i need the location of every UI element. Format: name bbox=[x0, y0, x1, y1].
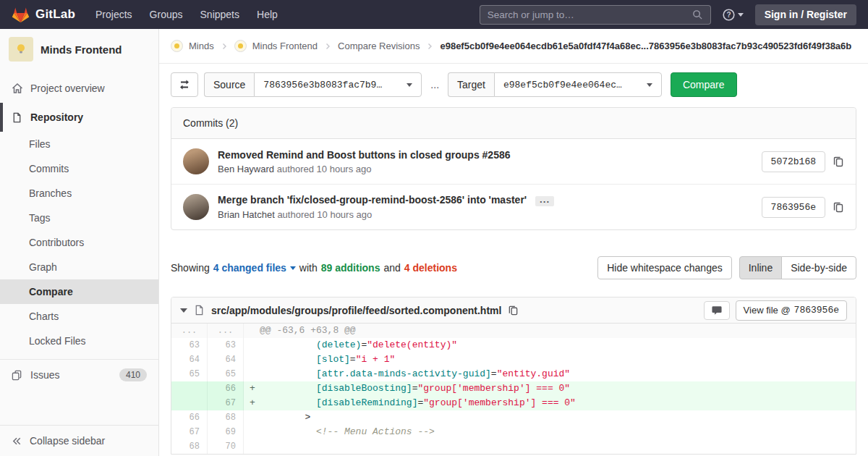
chevron-right-icon bbox=[323, 42, 332, 51]
diff-line-code: + [disableBoosting]="group['membership']… bbox=[244, 381, 856, 396]
old-line-number[interactable]: 67 bbox=[171, 425, 208, 439]
breadcrumb-compare-link[interactable]: Compare Revisions bbox=[338, 41, 420, 51]
diff-view-toggle: Inline Side-by-side bbox=[739, 256, 856, 279]
new-line-number[interactable]: 66 bbox=[208, 381, 244, 396]
old-line-number[interactable] bbox=[171, 381, 208, 396]
collapse-diff-icon[interactable] bbox=[180, 308, 187, 313]
diff-line-code: + [disableReminding]="group['membership'… bbox=[244, 396, 856, 410]
project-avatar-small bbox=[234, 40, 247, 52]
help-dropdown[interactable]: ? bbox=[723, 9, 744, 21]
diff-line-add: 67+ [disableReminding]="group['membershi… bbox=[171, 396, 856, 410]
sign-in-button[interactable]: Sign in / Register bbox=[755, 4, 856, 25]
copy-file-path-button[interactable] bbox=[508, 305, 519, 316]
sidebar-item-files[interactable]: Files bbox=[0, 132, 158, 156]
old-line-number[interactable]: 68 bbox=[171, 439, 208, 454]
old-line-number[interactable]: 63 bbox=[171, 338, 208, 352]
gitlab-home-link[interactable]: GitLab bbox=[12, 7, 75, 23]
target-revision-value: e98ef5cb0f9e4ee064ec… bbox=[503, 80, 622, 90]
diff-line-context: 6668 > bbox=[171, 410, 856, 425]
sidebar-item-tags[interactable]: Tags bbox=[0, 206, 158, 230]
target-revision-dropdown[interactable]: e98ef5cb0f9e4ee064ec… bbox=[494, 72, 662, 97]
nav-item-snippets[interactable]: Snippets bbox=[200, 9, 239, 20]
chevron-down-icon bbox=[647, 83, 652, 87]
sidebar-item-branches[interactable]: Branches bbox=[0, 181, 158, 206]
new-line-number[interactable]: 69 bbox=[208, 425, 244, 439]
double-chevron-left-icon bbox=[12, 436, 22, 447]
sidebar-item-graph[interactable]: Graph bbox=[0, 255, 158, 279]
gitlab-app: GitLab Projects Groups Snippets Help Sea… bbox=[0, 0, 868, 456]
additions-count: 89 additions bbox=[321, 262, 380, 274]
sidebar-item-locked-files[interactable]: Locked Files bbox=[0, 329, 158, 353]
sidebar-item-issues[interactable]: Issues 410 bbox=[0, 359, 158, 390]
nav-item-groups[interactable]: Groups bbox=[150, 9, 183, 20]
new-line-number[interactable]: 68 bbox=[208, 410, 244, 425]
source-revision-dropdown[interactable]: 7863956e3b8083fac7b9… bbox=[254, 72, 422, 97]
commits-panel-header: Commits (2) bbox=[171, 108, 856, 139]
sidebar-item-repository[interactable]: Repository bbox=[0, 103, 158, 132]
project-avatar bbox=[9, 37, 33, 62]
swap-revisions-button[interactable] bbox=[171, 72, 198, 97]
issues-icon bbox=[12, 370, 23, 381]
view-file-button[interactable]: View file @ 7863956e bbox=[736, 300, 847, 321]
revision-range-separator: ... bbox=[430, 79, 439, 90]
old-line-number[interactable]: 64 bbox=[171, 352, 208, 367]
sidebar-item-project-overview[interactable]: Project overview bbox=[0, 74, 158, 103]
repository-icon bbox=[12, 112, 23, 123]
expand-commit-message-button[interactable]: ... bbox=[535, 196, 554, 206]
breadcrumb-project-link[interactable]: Minds Frontend bbox=[252, 41, 318, 51]
diff-line-code: <!-- Menu Actions --> bbox=[244, 425, 856, 439]
diff-file-panel: src/app/modules/groups/profile/feed/sort… bbox=[171, 297, 856, 455]
breadcrumb-group-link[interactable]: Minds bbox=[189, 41, 214, 51]
copy-sha-button[interactable] bbox=[833, 156, 844, 167]
commit-sha-link[interactable]: 5072b168 bbox=[762, 151, 825, 172]
navbar-menu: Projects Groups Snippets Help bbox=[95, 9, 278, 20]
new-line-number[interactable]: 70 bbox=[208, 439, 244, 454]
search-input[interactable]: Search or jump to… bbox=[480, 5, 711, 25]
inline-view-button[interactable]: Inline bbox=[739, 256, 782, 279]
commit-sha-link[interactable]: 7863956e bbox=[762, 197, 825, 218]
source-label: Source bbox=[204, 72, 254, 97]
nav-item-help[interactable]: Help bbox=[257, 9, 278, 20]
file-icon bbox=[194, 305, 205, 316]
collapse-sidebar-button[interactable]: Collapse sidebar bbox=[0, 425, 158, 456]
diff-line-code: @@ -63,6 +63,8 @@ bbox=[244, 324, 856, 338]
old-line-number[interactable]: ... bbox=[171, 324, 208, 338]
file-path-link[interactable]: src/app/modules/groups/profile/feed/sort… bbox=[211, 305, 501, 316]
diff-line-context: 6565 [attr.data-minds-activity-guid]="en… bbox=[171, 367, 856, 381]
new-line-number[interactable]: 64 bbox=[208, 352, 244, 367]
old-line-number[interactable]: 66 bbox=[171, 410, 208, 425]
hide-whitespace-button[interactable]: Hide whitespace changes bbox=[597, 256, 732, 279]
nav-item-projects[interactable]: Projects bbox=[95, 9, 132, 20]
new-line-number[interactable]: 65 bbox=[208, 367, 244, 381]
issues-count-badge: 410 bbox=[119, 368, 147, 381]
old-line-number[interactable]: 65 bbox=[171, 367, 208, 381]
repository-subnav: Files Commits Branches Tags Contributors… bbox=[0, 132, 158, 353]
sidebar-item-commits[interactable]: Commits bbox=[0, 156, 158, 181]
sidebar-item-compare[interactable]: Compare bbox=[0, 279, 158, 304]
sidebar-item-contributors[interactable]: Contributors bbox=[0, 230, 158, 255]
commit-title-link[interactable]: Merge branch 'fix/closed-group-remind-bo… bbox=[218, 194, 527, 206]
new-line-number[interactable]: ... bbox=[208, 324, 244, 338]
diff-line-code: [attr.data-minds-activity-guid]="entity.… bbox=[244, 367, 856, 381]
top-navbar: GitLab Projects Groups Snippets Help Sea… bbox=[0, 0, 868, 29]
chevron-right-icon bbox=[425, 42, 434, 51]
commit-author-avatar[interactable] bbox=[183, 148, 209, 174]
commit-authored-text: authored 10 hours ago bbox=[277, 209, 372, 220]
compare-button[interactable]: Compare bbox=[671, 72, 737, 97]
new-line-number[interactable]: 63 bbox=[208, 338, 244, 352]
commit-author-link[interactable]: Brian Hatchet bbox=[218, 209, 275, 220]
side-by-side-view-button[interactable]: Side-by-side bbox=[781, 256, 856, 279]
view-file-sha: 7863956e bbox=[794, 305, 839, 316]
sidebar-item-charts[interactable]: Charts bbox=[0, 304, 158, 329]
commit-title-link[interactable]: Removed Remind and Boost buttons in clos… bbox=[218, 149, 511, 161]
new-line-number[interactable]: 67 bbox=[208, 396, 244, 410]
commit-author-link[interactable]: Ben Hayward bbox=[218, 164, 274, 174]
copy-sha-button[interactable] bbox=[833, 201, 844, 213]
old-line-number[interactable] bbox=[171, 396, 208, 410]
target-label: Target bbox=[448, 72, 494, 97]
commit-author-avatar[interactable] bbox=[183, 194, 209, 220]
sidebar-project-link[interactable]: Minds Frontend bbox=[0, 29, 158, 69]
toggle-comments-button[interactable] bbox=[704, 301, 730, 320]
changed-files-count: 4 changed files bbox=[213, 262, 286, 274]
changed-files-dropdown[interactable]: 4 changed files bbox=[213, 262, 296, 274]
